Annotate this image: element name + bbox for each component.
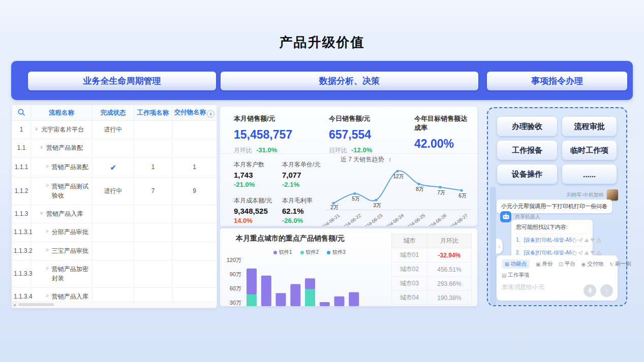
mini-kpi-delta: -26.0% bbox=[282, 217, 324, 224]
row-index: 1 bbox=[12, 121, 31, 139]
send-icon[interactable] bbox=[578, 250, 583, 255]
kpi-label: 今日销售额/元 bbox=[329, 114, 414, 123]
mini-kpi: 本月成本额/元9,348,52514.0% bbox=[234, 196, 282, 224]
action-button[interactable]: 设备操作 bbox=[497, 164, 557, 184]
drawer-expand-handle[interactable]: › bbox=[496, 239, 503, 254]
city-name: 城市04 bbox=[392, 291, 427, 305]
process-name-cell[interactable]: >分部产品审批 bbox=[31, 223, 93, 242]
mini-kpi-value: 7,077 bbox=[282, 171, 324, 179]
process-name-wrap: ∨元宇宙名片平台 bbox=[33, 125, 90, 134]
action-button[interactable]: 工作报备 bbox=[497, 141, 557, 160]
city-name: 城市05 bbox=[392, 305, 427, 307]
actions-chat-panel: 办理验收流程审批工作报备临时工作项设备操作...... › 刘帅军-中机智科 小… bbox=[487, 107, 627, 306]
copy-icon[interactable] bbox=[572, 250, 577, 255]
action-button[interactable]: ...... bbox=[562, 164, 617, 184]
action-button[interactable]: 办理验收 bbox=[497, 117, 557, 136]
chip-id[interactable]: ▣身份 bbox=[536, 260, 553, 268]
process-name-cell[interactable]: ∨元宇宙名片平台 bbox=[31, 121, 93, 139]
process-name-wrap: >营销产品入库 bbox=[33, 292, 90, 301]
mini-kpi-delta: 14.0% bbox=[234, 217, 282, 224]
avatar[interactable] bbox=[607, 189, 618, 201]
chevron-right-icon[interactable]: > bbox=[46, 228, 49, 236]
copy-icon[interactable] bbox=[572, 238, 577, 243]
table-row[interactable]: 1.1∨营销产品装配 bbox=[12, 139, 217, 157]
table-row[interactable]: 1.1.2>营销产品测试验收进行中79 bbox=[12, 178, 217, 205]
search-header-cell[interactable] bbox=[12, 105, 31, 121]
mini-kpi-grid: 本月客户数1,743-21.0%本月客单价/元7,077-2.1%本月成本额/元… bbox=[234, 160, 324, 224]
chip-row-2: ▤工作事项 bbox=[502, 272, 612, 279]
bot-result-item[interactable]: 1、[设备]打印机-综管-A5 bbox=[516, 234, 588, 246]
process-name-wrap: ∨营销产品入库 bbox=[33, 210, 90, 218]
thumbs-up-icon[interactable] bbox=[584, 238, 589, 243]
col-header-process[interactable]: 流程名称 bbox=[31, 105, 93, 121]
process-name: 营销产品加密封装 bbox=[52, 265, 90, 283]
col-header-work-item[interactable]: 工作项名称 bbox=[134, 105, 172, 121]
row-index: 1.1.2 bbox=[12, 178, 31, 205]
chip-grid[interactable]: ⊞功能点 bbox=[502, 259, 530, 269]
table-row[interactable]: 1.1.3.3>营销产品加密封装 bbox=[12, 260, 217, 288]
kpi-label: 今年目标销售额达成率 bbox=[414, 114, 471, 133]
table-row[interactable]: 1.1.3.2>三宝产品审批 bbox=[12, 242, 217, 260]
city-table-header: 城市 月环比 bbox=[392, 234, 472, 248]
table-row[interactable]: 1.1.3∨营销产品入库 bbox=[12, 205, 217, 223]
chevron-down-icon[interactable]: ∨ bbox=[35, 125, 38, 133]
city-row: 城市03293.66% bbox=[392, 277, 472, 291]
y-tick-label: 60万 bbox=[224, 285, 241, 292]
mini-kpi-value: 62.1% bbox=[282, 207, 324, 215]
send-group: ↑ bbox=[584, 284, 613, 297]
nav-button-directives[interactable]: 事项指令办理 bbox=[487, 72, 627, 90]
action-button[interactable]: 流程审批 bbox=[562, 117, 617, 136]
process-name-cell[interactable]: >营销产品装配 bbox=[31, 157, 93, 177]
col-header-deliverable[interactable]: 交付物名称∧ bbox=[172, 105, 217, 121]
chevron-up-circle-icon[interactable]: ∧ bbox=[207, 110, 214, 118]
table-row[interactable]: 1∨元宇宙名片平台进行中 bbox=[12, 121, 217, 139]
chip-task[interactable]: ▤工作事项 bbox=[502, 272, 529, 279]
process-name-cell[interactable]: ∨营销产品装配 bbox=[31, 139, 93, 157]
city-mom-value: -11.68% bbox=[427, 305, 471, 307]
chip-label: 交付物 bbox=[587, 260, 603, 268]
table-row[interactable]: 1.1.3.1>分部产品审批 bbox=[12, 223, 217, 242]
chip-platform[interactable]: ⊡平台 bbox=[559, 260, 575, 268]
deliverable-count bbox=[172, 260, 217, 288]
mini-kpi-value: 9,348,525 bbox=[234, 207, 282, 215]
nav-button-analysis[interactable]: 数据分析、决策 bbox=[221, 72, 478, 90]
scrollbar-left-arrow-icon[interactable]: ◂ bbox=[12, 302, 17, 307]
col-header-status[interactable]: 完成状态 bbox=[93, 105, 134, 121]
send-icon[interactable] bbox=[578, 238, 583, 243]
process-name-cell[interactable]: >营销产品加密封装 bbox=[31, 260, 93, 288]
chevron-right-icon[interactable]: > bbox=[46, 265, 49, 273]
process-name-cell[interactable]: ∨营销产品入库 bbox=[31, 205, 93, 223]
process-name-cell[interactable]: >三宝产品审批 bbox=[31, 242, 93, 260]
city-row: 城市04190.38% bbox=[392, 291, 472, 305]
result-link[interactable]: 1、[设备]打印机-综管-A5 bbox=[516, 237, 572, 244]
chevron-down-icon[interactable]: ∨ bbox=[40, 144, 43, 151]
table-row[interactable]: 1.1.1>营销产品装配✔11 bbox=[12, 157, 217, 177]
deliverable-icon: ◉ bbox=[581, 261, 586, 267]
process-name-wrap: >营销产品测试验收 bbox=[33, 182, 90, 200]
chevron-right-icon: › bbox=[499, 244, 500, 249]
mic-button[interactable] bbox=[584, 284, 596, 297]
warning-icon[interactable] bbox=[596, 250, 601, 255]
thumbs-down-icon[interactable] bbox=[590, 238, 595, 243]
process-name: 营销产品装配 bbox=[52, 163, 88, 172]
horizontal-scrollbar[interactable]: ◂ bbox=[12, 302, 216, 308]
process-name-cell[interactable]: >营销产品测试验收 bbox=[31, 178, 93, 205]
scrollbar-thumb[interactable] bbox=[18, 303, 54, 306]
thumbs-down-icon[interactable] bbox=[590, 250, 595, 255]
warning-icon[interactable] bbox=[596, 238, 601, 243]
sales-overview-panel: 本月销售额/元 15,458,757 月环比-31.0% 今日销售额/元 657… bbox=[220, 107, 477, 226]
check-icon: ✔ bbox=[110, 163, 116, 172]
result-actions bbox=[572, 250, 601, 255]
nav-button-lifecycle[interactable]: 业务全生命周期管理 bbox=[28, 72, 216, 90]
chip-deliverable[interactable]: ◉交付物 bbox=[581, 260, 603, 268]
chip-refresh[interactable]: ↻刷一刷 bbox=[609, 260, 631, 268]
chevron-right-icon[interactable]: > bbox=[46, 163, 49, 171]
chevron-right-icon[interactable]: > bbox=[46, 292, 49, 300]
thumbs-up-icon[interactable] bbox=[584, 250, 589, 255]
chevron-right-icon[interactable]: > bbox=[46, 247, 49, 254]
action-button[interactable]: 临时工作项 bbox=[562, 141, 617, 160]
chevron-down-icon[interactable]: ∨ bbox=[40, 210, 43, 217]
send-button[interactable]: ↑ bbox=[600, 284, 613, 297]
chevron-right-icon[interactable]: > bbox=[46, 182, 49, 190]
robot-icon bbox=[500, 211, 511, 222]
